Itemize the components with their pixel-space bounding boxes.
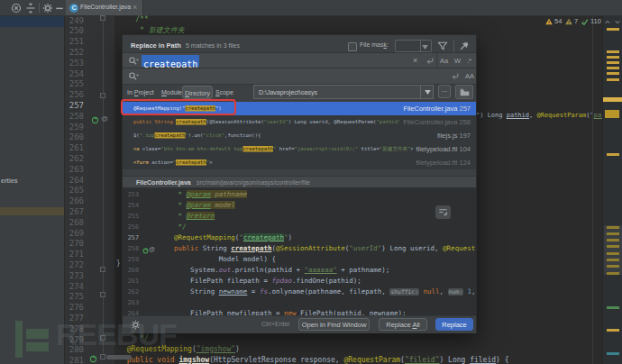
warning-icon	[545, 18, 553, 25]
filter-icon[interactable]	[437, 41, 448, 51]
preview-file-path: src/main/java/cn/gson/oasys/controller/f…	[197, 179, 310, 186]
override-method-icon-2[interactable]	[89, 355, 97, 363]
ide-window: C FileController.java × erties 249250251…	[0, 0, 622, 364]
scope-tab[interactable]: Scope	[214, 86, 235, 99]
preview-line-number: 260	[123, 265, 139, 276]
file-mask-combo[interactable]	[395, 40, 432, 52]
scope-tab[interactable]: Directory	[182, 86, 213, 99]
stripe-mark[interactable]	[607, 78, 619, 81]
file-mask-checkbox[interactable]	[348, 42, 357, 51]
preview-code: @RequestMapping("createpath")	[158, 232, 292, 243]
editor-tab[interactable]: C FileController.java ×	[66, 0, 143, 15]
stripe-mark[interactable]	[607, 61, 619, 64]
red-annotation-box	[121, 99, 236, 115]
preview-line: 261 FilePath filepath = fpdao.findOne(pa…	[123, 276, 476, 287]
settings-gear-icon-footer[interactable]	[131, 320, 141, 330]
replace-all-button[interactable]: Replace All	[379, 318, 427, 331]
stripe-mark[interactable]	[607, 272, 619, 275]
stripe-mark[interactable]	[607, 28, 619, 31]
preview-line-number: 262	[123, 287, 139, 297]
line-number: 270	[65, 239, 84, 248]
preserve-case-toggle[interactable]: AA	[465, 72, 474, 80]
fold-marker[interactable]	[100, 93, 105, 98]
project-panel: erties	[0, 16, 65, 364]
result-row[interactable]: <a class="btn btn-sm btn-default topcrea…	[123, 142, 476, 156]
stripe-mark[interactable]	[607, 72, 619, 75]
line-number: 267	[65, 207, 84, 216]
hide-icon[interactable]	[54, 3, 65, 14]
preview-file-header[interactable]: FileController.java src/main/java/cn/gso…	[123, 176, 476, 188]
stripe-mark[interactable]	[607, 232, 619, 235]
stripe-mark[interactable]	[607, 306, 619, 309]
stripe-mark[interactable]	[607, 226, 619, 229]
stripe-mark[interactable]	[607, 50, 619, 53]
fold-marker[interactable]	[100, 335, 105, 341]
stripe-mark[interactable]	[607, 153, 619, 156]
match-case-toggle[interactable]: Aa	[440, 57, 448, 65]
result-row[interactable]: <form action="createpath">filetypeload.f…	[123, 156, 476, 169]
stripe-mark[interactable]	[607, 245, 619, 248]
stripe-mark[interactable]	[607, 259, 619, 261]
result-file-label: filetypeload.ftl 104	[413, 142, 471, 156]
preview-line: 255 * @return	[123, 211, 476, 222]
locate-icon[interactable]	[11, 3, 22, 14]
next-chevron-icon[interactable]	[614, 19, 621, 25]
annotation-gutter-icon[interactable]: @	[101, 114, 108, 123]
newline-icon-2[interactable]	[451, 72, 460, 80]
override-method-icon[interactable]	[91, 116, 99, 124]
prev-chevron-icon[interactable]	[604, 19, 611, 25]
directory-combo-arrow[interactable]	[420, 86, 433, 98]
result-row[interactable]: public String createpath(@SessionAttribu…	[123, 115, 476, 129]
fold-marker[interactable]	[100, 15, 105, 21]
right-margin-guide	[592, 16, 593, 364]
preview-code: * @return	[158, 211, 215, 222]
soft-wrap-float-button[interactable]	[435, 205, 451, 219]
preview-line-number: 258	[123, 243, 139, 254]
soft-wrap-icon	[438, 208, 448, 216]
fold-marker[interactable]	[100, 292, 105, 297]
result-row[interactable]: $(".topcreatepath").on("click",function(…	[123, 129, 476, 142]
open-in-find-window-button[interactable]: Open in Find Window	[298, 318, 370, 331]
stripe-mark[interactable]	[607, 329, 619, 332]
scope-tab[interactable]: In Project	[125, 86, 156, 99]
stripe-mark[interactable]	[607, 352, 619, 355]
line-number: 265	[65, 186, 84, 195]
preview-line-number: 256	[123, 222, 139, 232]
stripe-mark[interactable]	[607, 252, 619, 255]
words-toggle[interactable]: W	[454, 57, 461, 65]
replace-button[interactable]: Replace	[435, 318, 473, 331]
clear-search-icon[interactable]: ×	[413, 56, 417, 65]
stripe-mark[interactable]	[607, 265, 619, 268]
line-number: 252	[65, 48, 84, 57]
scope-tab[interactable]: Module	[160, 86, 184, 99]
stripe-mark[interactable]	[607, 239, 619, 241]
line-number: 275	[65, 292, 84, 301]
settings-gear-icon[interactable]	[42, 3, 53, 14]
ok-count: 110	[590, 17, 601, 25]
regex-toggle[interactable]: .*	[467, 57, 471, 65]
line-number: 271	[65, 250, 84, 259]
fold-marker[interactable]	[100, 267, 105, 272]
collapse-all-icon[interactable]	[25, 3, 36, 14]
browse-directory-button[interactable]: ...	[438, 85, 451, 98]
project-panel-selected-row[interactable]	[0, 16, 64, 27]
stripe-mark[interactable]	[607, 56, 619, 59]
newline-icon[interactable]	[425, 57, 434, 65]
java-class-icon: C	[69, 4, 78, 13]
project-panel-highlighted-row[interactable]	[0, 207, 64, 215]
tab-close-icon[interactable]: ×	[133, 3, 137, 12]
stripe-mark[interactable]	[603, 97, 622, 102]
pin-icon[interactable]	[459, 41, 470, 51]
recursive-folder-toggle[interactable]	[455, 85, 473, 99]
preview-line: 258@ public String createpath(@SessionAt…	[123, 243, 476, 254]
stripe-mark[interactable]	[607, 67, 619, 69]
directory-combo[interactable]: D:\Javaproject\oasys	[253, 85, 434, 99]
project-panel-item-label[interactable]: erties	[1, 177, 18, 184]
preview-line: 256 */	[123, 222, 476, 232]
code-line-279: */	[118, 333, 149, 344]
preview-line: 254 * @param model	[123, 200, 476, 211]
search-field[interactable]: createpath × Aa W .*	[123, 52, 476, 68]
error-stripe[interactable]	[602, 16, 622, 364]
fold-marker[interactable]	[100, 354, 105, 359]
dialog-footer: Ctrl+Enter Open in Find Window Replace A…	[123, 315, 476, 333]
